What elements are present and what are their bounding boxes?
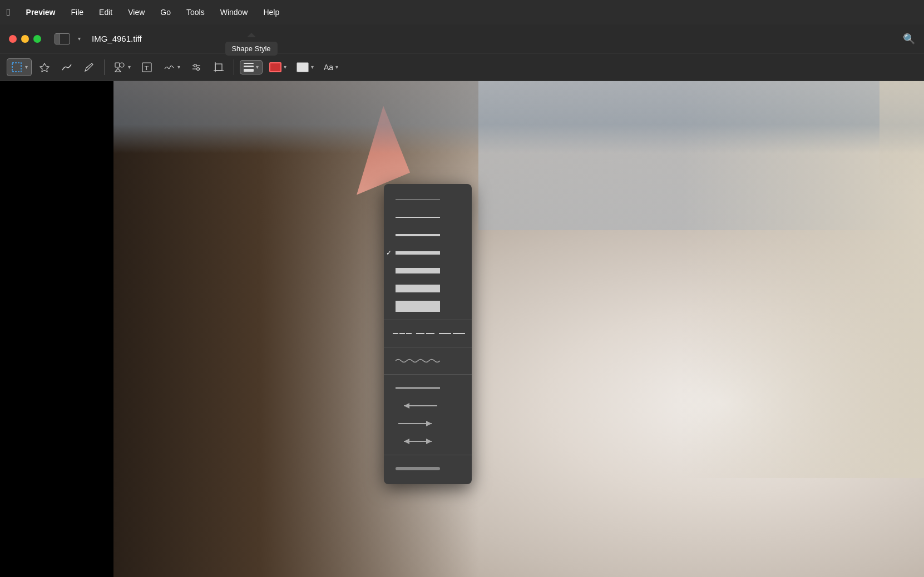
- line-weight-1px[interactable]: [384, 191, 472, 208]
- menu-go[interactable]: Go: [158, 7, 173, 18]
- menu-tools[interactable]: Tools: [184, 7, 207, 18]
- shape-style-dropdown: [384, 184, 472, 484]
- shape-style-lines-icon: [244, 63, 254, 72]
- squiggly-preview: [393, 354, 443, 367]
- close-button[interactable]: [9, 35, 17, 43]
- menu-preview[interactable]: Preview: [24, 7, 58, 18]
- section-separator-2: [384, 347, 472, 347]
- arrow-both-item[interactable]: [384, 432, 472, 450]
- adjust-button[interactable]: [187, 59, 206, 76]
- text-icon: T: [141, 61, 153, 73]
- line-weight-4px[interactable]: [384, 244, 472, 262]
- squiggly-item[interactable]: [384, 352, 472, 370]
- arrow-right-preview: [393, 417, 443, 430]
- line-thicker-icon: [396, 285, 440, 292]
- toolbar: ▾ ▾ T: [0, 53, 924, 81]
- sidebar-toggle-arrow-icon: ▾: [78, 36, 81, 42]
- plain-line-preview: [393, 381, 443, 395]
- draw-button[interactable]: [80, 59, 98, 76]
- shape-style-arrow-icon: ▾: [256, 64, 259, 70]
- line-thickest-icon: [396, 301, 440, 312]
- menu-file[interactable]: File: [69, 7, 86, 18]
- line-thick-m-icon: [396, 251, 440, 255]
- svg-point-8: [197, 67, 200, 70]
- section-separator-3: [384, 374, 472, 375]
- minimize-button[interactable]: [21, 35, 29, 43]
- menubar:  Preview File Edit View Go Tools Window…: [0, 0, 924, 24]
- svg-rect-9: [215, 64, 222, 71]
- line-thick-s-icon: [396, 234, 440, 236]
- line-2px-preview: [393, 211, 443, 224]
- search-icon[interactable]: 🔍: [903, 33, 915, 45]
- line-thin-icon: [396, 200, 440, 200]
- arrow-right-item[interactable]: [384, 415, 472, 432]
- menu-edit[interactable]: Edit: [97, 7, 115, 18]
- shape-style-button[interactable]: ▾ Shape Style: [240, 60, 263, 74]
- medium-dash-preview: [416, 333, 434, 334]
- light-area-top-right: [879, 81, 924, 192]
- line-8px-preview: [393, 282, 443, 295]
- dash-seg-6: [439, 333, 451, 334]
- traffic-lights: [9, 35, 41, 43]
- scroll-section: [384, 457, 472, 480]
- line-weight-3px[interactable]: [384, 226, 472, 244]
- dash-seg-3: [406, 333, 412, 334]
- line-12px-preview: [393, 300, 443, 313]
- line-weight-8px[interactable]: [384, 280, 472, 297]
- svg-marker-15: [426, 421, 432, 426]
- arrow-styles-section: [384, 377, 472, 452]
- font-button[interactable]: Aa ▾: [320, 61, 342, 74]
- signature-icon: [163, 61, 175, 73]
- apple-logo-icon[interactable]: : [7, 7, 11, 18]
- dash-style-item[interactable]: [384, 325, 472, 342]
- menu-help[interactable]: Help: [261, 7, 281, 18]
- dash-styles-preview: [393, 333, 465, 334]
- sidebar-toggle-button[interactable]: [55, 33, 70, 44]
- arrow-left-preview: [393, 399, 443, 412]
- maximize-button[interactable]: [33, 35, 41, 43]
- line-weight-2px[interactable]: [384, 208, 472, 226]
- plain-line-item[interactable]: [384, 379, 472, 397]
- crop-button[interactable]: [209, 59, 228, 76]
- svg-rect-1: [115, 63, 120, 67]
- text-button[interactable]: T: [137, 59, 156, 76]
- line-weight-12px[interactable]: [384, 297, 472, 315]
- dash-seg-2: [399, 333, 405, 334]
- dash-seg-1: [393, 333, 398, 334]
- plain-line-icon: [396, 387, 440, 389]
- rectangle-select-arrow-icon: ▾: [25, 64, 28, 70]
- scroll-preview: [393, 462, 443, 475]
- scroll-bar-icon: [396, 467, 440, 470]
- window-frame-area: [113, 81, 924, 153]
- instant-alpha-button[interactable]: [35, 59, 54, 76]
- svg-marker-17: [404, 439, 409, 444]
- dash-seg-5: [426, 333, 434, 334]
- border-color-button[interactable]: ▾: [266, 60, 290, 74]
- shapes-button[interactable]: ▾: [110, 59, 134, 76]
- image-area[interactable]: [113, 81, 924, 577]
- window-title: IMG_4961.tiff: [92, 34, 142, 43]
- font-icon: Aa: [324, 63, 333, 72]
- line-1px-preview: [393, 193, 443, 206]
- signature-arrow-icon: ▾: [177, 64, 180, 70]
- dash-seg-4: [416, 333, 424, 334]
- fill-color-swatch: [297, 62, 309, 72]
- left-panel: [0, 81, 113, 577]
- rectangle-select-button[interactable]: ▾: [7, 58, 32, 76]
- svg-point-2: [120, 63, 124, 67]
- sketch-button[interactable]: [57, 59, 76, 76]
- arrow-left-item[interactable]: [384, 397, 472, 415]
- shapes-arrow-icon: ▾: [128, 64, 131, 70]
- border-color-swatch: [269, 62, 281, 72]
- line-weight-6px[interactable]: [384, 262, 472, 280]
- fill-color-button[interactable]: ▾: [293, 60, 317, 74]
- toolbar-separator-1: [104, 59, 105, 75]
- adjust-icon: [190, 61, 202, 73]
- line-medium-icon: [396, 217, 440, 218]
- dash-seg-7: [453, 333, 465, 334]
- signature-button[interactable]: ▾: [160, 59, 184, 76]
- menu-window[interactable]: Window: [218, 7, 250, 18]
- menu-view[interactable]: View: [126, 7, 147, 18]
- scroll-item[interactable]: [384, 460, 472, 477]
- line-3px-preview: [393, 228, 443, 242]
